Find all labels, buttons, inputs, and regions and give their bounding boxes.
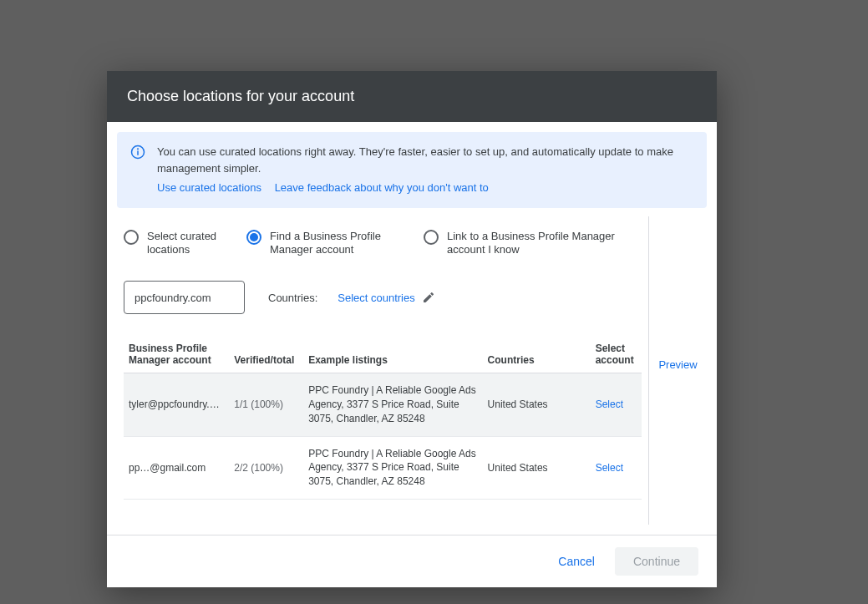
radio-select-curated[interactable]: Select curated locations [124, 230, 236, 258]
choose-locations-dialog: Choose locations for your account You ca… [107, 71, 717, 587]
select-countries-link[interactable]: Select countries [338, 291, 435, 304]
radio-find-bpm[interactable]: Find a Business Profile Manager account [246, 230, 414, 258]
radio-label: Select curated locations [147, 230, 236, 258]
col-header-account: Business Profile Manager account [124, 336, 229, 373]
radio-icon [424, 230, 439, 245]
listing-text: PPC Foundry | A Reliable Google Ads Agen… [308, 383, 477, 425]
pencil-icon [422, 291, 435, 304]
info-text: You can use curated locations right away… [157, 144, 693, 176]
search-box[interactable] [124, 281, 245, 314]
col-header-listings: Example listings [303, 336, 482, 373]
radio-label: Find a Business Profile Manager account [270, 230, 414, 258]
preview-column: Preview [648, 216, 707, 525]
left-column: Select curated locations Find a Business… [117, 216, 648, 525]
cell-listing: PPC Foundry | A Reliable Google Ads Agen… [303, 436, 482, 499]
col-header-verified: Verified/total [229, 336, 303, 373]
select-countries-text: Select countries [338, 292, 415, 304]
cell-select: Select [579, 373, 642, 436]
table-row[interactable]: tyler@ppcfoundry.… 1/1 (100%) PPC Foundr… [124, 373, 642, 436]
col-header-select: Select account [579, 336, 642, 373]
use-curated-locations-link[interactable]: Use curated locations [157, 181, 261, 194]
cell-listing: PPC Foundry | A Reliable Google Ads Agen… [303, 373, 482, 436]
cell-country: United States [483, 373, 579, 436]
select-account-link[interactable]: Select [596, 398, 623, 410]
dialog-footer: Cancel Continue [107, 535, 717, 587]
cell-select: Select [579, 436, 642, 499]
info-icon [130, 145, 145, 160]
radio-group: Select curated locations Find a Business… [124, 223, 642, 275]
dialog-title: Choose locations for your account [127, 88, 697, 105]
countries-label: Countries: [268, 292, 317, 304]
leave-feedback-link[interactable]: Leave feedback about why you don't want … [275, 181, 489, 194]
cell-country: United States [483, 436, 579, 499]
radio-label: Link to a Business Profile Manager accou… [447, 230, 642, 258]
info-content: You can use curated locations right away… [157, 144, 693, 196]
accounts-table: Business Profile Manager account Verifie… [124, 336, 642, 500]
cell-verified: 1/1 (100%) [229, 373, 303, 436]
listing-text: PPC Foundry | A Reliable Google Ads Agen… [308, 447, 477, 489]
radio-link-bpm[interactable]: Link to a Business Profile Manager accou… [424, 230, 642, 258]
radio-icon [246, 230, 261, 245]
info-links: Use curated locations Leave feedback abo… [157, 180, 693, 196]
col-header-countries: Countries [483, 336, 579, 373]
main-area: Select curated locations Find a Business… [117, 216, 707, 525]
cell-account: pp…@gmail.com [124, 436, 229, 499]
table-row[interactable]: pp…@gmail.com 2/2 (100%) PPC Foundry | A… [124, 436, 642, 499]
cancel-button[interactable]: Cancel [550, 548, 603, 575]
preview-link[interactable]: Preview [658, 358, 697, 371]
info-banner: You can use curated locations right away… [117, 132, 707, 208]
select-account-link[interactable]: Select [596, 462, 623, 474]
cell-verified: 2/2 (100%) [229, 436, 303, 499]
filter-row: Countries: Select countries [124, 274, 642, 336]
continue-button[interactable]: Continue [615, 547, 698, 576]
radio-icon [124, 230, 139, 245]
dialog-header: Choose locations for your account [107, 71, 717, 122]
svg-point-2 [138, 149, 139, 150]
search-input[interactable] [135, 292, 234, 304]
cell-account: tyler@ppcfoundry.… [124, 373, 229, 436]
dialog-body: You can use curated locations right away… [107, 122, 717, 535]
